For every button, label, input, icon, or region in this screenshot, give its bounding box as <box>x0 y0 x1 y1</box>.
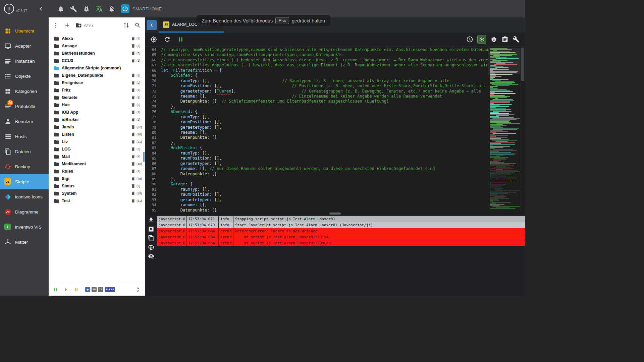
log-splitter[interactable] <box>145 213 525 215</box>
sidebar-item-benutzer[interactable]: Benutzer <box>0 114 49 129</box>
delete-folder-icon[interactable] <box>131 132 136 137</box>
folder-row-ansage[interactable]: Ansage(8) <box>49 42 145 50</box>
sidebar-item-matter[interactable]: Matter <box>0 235 49 250</box>
delete-folder-icon[interactable] <box>131 191 136 196</box>
js-filter-badge[interactable]: JS <box>92 287 97 292</box>
delete-folder-icon[interactable] <box>131 198 136 203</box>
delete-folder-icon[interactable] <box>131 125 136 129</box>
sidebar-item-dateien[interactable]: Dateien <box>0 144 49 159</box>
editor-scrollbar[interactable] <box>520 47 525 213</box>
delete-folder-icon[interactable] <box>131 58 136 63</box>
download-log-icon[interactable] <box>148 217 154 223</box>
delete-folder-icon[interactable] <box>131 73 136 78</box>
delete-folder-icon[interactable] <box>131 169 136 174</box>
language-icon[interactable] <box>148 244 154 250</box>
locate-icon[interactable] <box>150 36 157 43</box>
folder-row-test[interactable]: Test(51) <box>49 197 145 204</box>
delete-folder-icon[interactable] <box>131 147 136 152</box>
folder-row-jarvis[interactable]: Jarvis(32) <box>49 123 145 131</box>
scrollbar-thumb[interactable] <box>521 48 524 81</box>
folder-row-alexa[interactable]: Alexa(7) <box>49 35 145 42</box>
folder-row-log[interactable]: LOG(5) <box>49 145 145 153</box>
delete-folder-icon[interactable] <box>131 103 136 107</box>
folder-row-ccu3[interactable]: CCU3(1) <box>49 57 145 64</box>
folder-row-geraete[interactable]: Geraete(3) <box>49 94 145 101</box>
delete-folder-icon[interactable] <box>131 80 136 85</box>
delete-folder-icon[interactable] <box>131 95 136 100</box>
start-all-icon[interactable] <box>63 287 68 292</box>
delete-folder-icon[interactable] <box>131 110 136 115</box>
refresh-icon[interactable] <box>164 36 171 43</box>
delete-folder-icon[interactable] <box>131 162 136 166</box>
pause-all-icon[interactable] <box>53 287 58 292</box>
sidebar-item-ubersicht[interactable]: Übersicht <box>0 23 49 39</box>
folder-row-hue[interactable]: Hue(5) <box>49 101 145 109</box>
sidebar-item-icontwo-icons[interactable]: icontwo Icons <box>0 189 49 204</box>
search-icon[interactable] <box>135 22 141 28</box>
pause-scripts-icon[interactable] <box>73 287 79 292</box>
sidebar-item-instanzen[interactable]: Instanzen <box>0 54 49 69</box>
delete-folder-icon[interactable] <box>131 117 136 122</box>
folder-row-sigi[interactable]: Sigi(78) <box>49 175 145 182</box>
copy-log-icon[interactable] <box>148 235 154 241</box>
folder-row-status[interactable]: Status(9) <box>49 182 145 190</box>
debug-script-icon[interactable] <box>490 36 497 43</box>
folder-row-fritz[interactable]: Fritz(2) <box>49 86 145 94</box>
splitter-grip[interactable] <box>329 213 341 215</box>
add-script-icon[interactable] <box>64 22 70 28</box>
delete-folder-icon[interactable] <box>131 139 136 144</box>
settings-wrench-icon[interactable] <box>70 5 77 12</box>
sidebar-item-kategorien[interactable]: Kategorien <box>0 84 49 99</box>
folder-row-mail[interactable]: Mail(4) <box>49 153 145 160</box>
folder-row-medikament[interactable]: Medikament(10) <box>49 160 145 168</box>
cron-clock-icon[interactable] <box>466 36 473 43</box>
delete-folder-icon[interactable] <box>131 36 136 41</box>
pause-script-icon[interactable] <box>177 36 184 43</box>
notifications-off-icon[interactable] <box>108 5 115 12</box>
delete-folder-icon[interactable] <box>131 88 136 93</box>
sidebar-item-inventwo-vis[interactable]: iinventwo VIS <box>0 220 49 235</box>
delete-folder-icon[interactable] <box>131 51 136 56</box>
sidebar-item-protokolle[interactable]: Protokolle24 <box>0 99 49 114</box>
add-folder-icon[interactable] <box>75 22 82 28</box>
delete-folder-icon[interactable] <box>131 154 136 159</box>
sidebar-item-hosts[interactable]: Hosts <box>0 129 49 144</box>
minimap[interactable] <box>488 47 520 213</box>
folder-row-iob-app[interactable]: IOB App(1) <box>49 109 145 116</box>
folder-row-iobroker[interactable]: ioBroker(2) <box>49 116 145 123</box>
translate-icon[interactable] <box>96 5 103 12</box>
sort-icon[interactable] <box>123 22 129 28</box>
delete-folder-icon[interactable] <box>131 176 136 181</box>
ai-assistant-icon[interactable] <box>477 35 486 44</box>
folder-row-allgemeine-skripte-common[interactable]: Allgemeine Skripte (common) <box>49 64 145 72</box>
clipboard-icon[interactable] <box>501 36 508 43</box>
folder-row-listen[interactable]: Listen(18) <box>49 131 145 138</box>
expand-list-icon[interactable] <box>135 287 141 293</box>
more-menu-icon[interactable] <box>53 22 59 28</box>
sidebar-item-skripte[interactable]: JSSkripte <box>0 174 49 189</box>
hide-log-icon[interactable] <box>148 253 154 259</box>
sidebar-item-diagramme[interactable]: Diagramme <box>0 204 49 220</box>
debug-icon[interactable] <box>83 5 90 12</box>
blockly-filter-badge[interactable]: ◆ <box>85 287 90 292</box>
ts-filter-badge[interactable]: TS <box>98 287 103 292</box>
folder-row-system[interactable]: System(10) <box>49 190 145 197</box>
sidebar-item-adapter[interactable]: Adapter <box>0 39 49 54</box>
folder-row-ereignisse[interactable]: Ereignisse(2) <box>49 79 145 86</box>
collapse-menu-icon[interactable] <box>37 5 45 12</box>
delete-folder-icon[interactable] <box>131 44 136 48</box>
script-settings-icon[interactable] <box>513 36 520 43</box>
folder-row-betriebsstunden[interactable]: Betriebsstunden(3) <box>49 50 145 57</box>
folder-row-liv[interactable]: Liv(21) <box>49 138 145 145</box>
tree-scrollbar-thumb[interactable] <box>143 152 145 162</box>
delete-folder-icon[interactable] <box>131 184 136 188</box>
folder-row-eigene-datenpunkte[interactable]: Eigene_Datenpunkte(1) <box>49 72 145 79</box>
sidebar-item-backup[interactable]: Backup <box>0 159 49 174</box>
rules-filter-badge[interactable]: RULES <box>105 287 115 292</box>
sidebar-item-objekte[interactable]: Objekte <box>0 69 49 84</box>
folder-row-rules[interactable]: Rules(1) <box>49 168 145 175</box>
notifications-icon[interactable] <box>57 5 64 12</box>
back-button[interactable] <box>147 20 157 30</box>
clear-log-icon[interactable] <box>148 226 154 232</box>
code-editor[interactable]: 64// raumType,raumPosition,gerateTypen,r… <box>145 47 525 213</box>
